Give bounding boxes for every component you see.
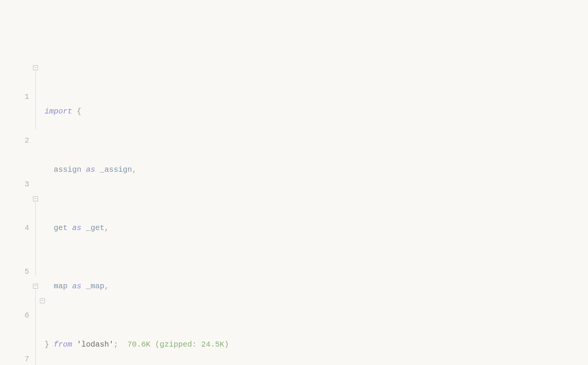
keyword-from: from — [54, 340, 72, 349]
fold-guide-line — [35, 71, 36, 130]
line-number: 7 — [0, 352, 29, 365]
punct-comma: , — [104, 224, 109, 232]
string-lodash: 'lodash' — [77, 340, 114, 349]
line-number-gutter: 1 2 3 4 5 6 7 8 9 10 11 12 13 14 15 16 1… — [0, 61, 31, 365]
code-line[interactable]: map as _map, — [41, 279, 588, 294]
punct-comma: , — [104, 282, 109, 291]
keyword-as: as — [72, 282, 81, 291]
code-line[interactable]: } from 'lodash'; 70.6K (gzipped: 24.5K) — [41, 337, 588, 352]
ident-get: get — [54, 224, 68, 232]
line-number: 4 — [0, 221, 29, 235]
fold-toggle-icon[interactable]: − — [40, 298, 45, 303]
keyword-import: import — [45, 107, 72, 116]
line-number: 5 — [0, 265, 29, 279]
code-area[interactable]: import { assign as _assign, get as _get,… — [41, 61, 588, 365]
fold-toggle-icon[interactable]: − — [33, 65, 38, 70]
alias-map: _map — [86, 282, 104, 291]
ident-map: map — [54, 282, 68, 291]
code-editor[interactable]: 1 2 3 4 5 6 7 8 9 10 11 12 13 14 15 16 1… — [0, 58, 588, 365]
keyword-as: as — [86, 165, 95, 174]
punct-semi: ; — [114, 340, 118, 349]
code-line[interactable]: get as _get, — [41, 221, 588, 235]
fold-toggle-icon[interactable]: − — [33, 196, 38, 201]
line-number: 1 — [0, 90, 29, 104]
code-line[interactable]: assign as _assign, — [41, 163, 588, 177]
ident-assign: assign — [54, 165, 81, 174]
fold-gutter: − − − — [31, 61, 41, 365]
punct-rbrace: } — [45, 340, 49, 349]
keyword-as: as — [72, 224, 81, 232]
line-number: 2 — [0, 133, 29, 148]
code-line[interactable]: import { — [41, 104, 588, 119]
punct-comma: , — [132, 165, 137, 174]
line-number: 3 — [0, 177, 29, 192]
alias-get: _get — [86, 224, 104, 232]
fold-guide-line — [35, 289, 36, 365]
alias-assign: _assign — [100, 165, 132, 174]
line-number: 6 — [0, 308, 29, 323]
punct-lbrace: { — [77, 107, 81, 116]
fold-toggle-icon[interactable]: − — [33, 284, 38, 289]
import-size-hint: 70.6K (gzipped: 24.5K) — [127, 340, 229, 349]
fold-guide-line — [35, 202, 36, 275]
